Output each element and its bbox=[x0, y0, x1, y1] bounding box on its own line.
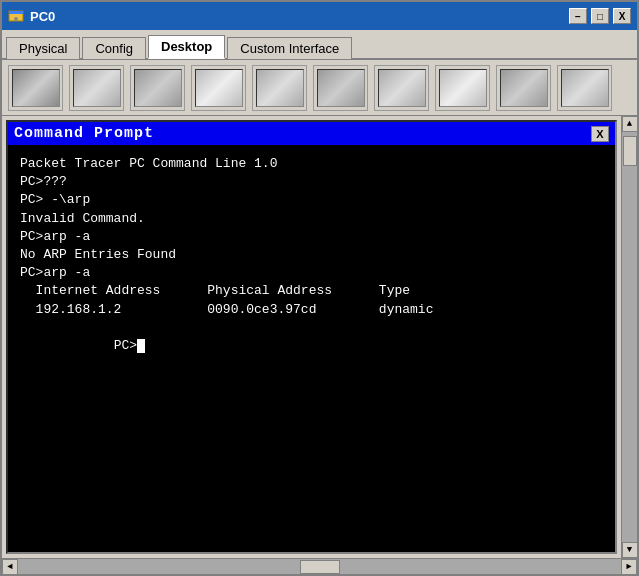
icon-box-3[interactable] bbox=[130, 65, 185, 111]
window-title: PC0 bbox=[30, 9, 569, 24]
terminal-panel: Command Prompt X Packet Tracer PC Comman… bbox=[2, 116, 621, 558]
bottom-scrollbar: ◄ ► bbox=[2, 558, 637, 574]
icon-box-1[interactable] bbox=[8, 65, 63, 111]
icon-inner-10 bbox=[561, 69, 609, 107]
tab-bar: Physical Config Desktop Custom Interface bbox=[2, 30, 637, 60]
terminal-line-4: Invalid Command. bbox=[20, 210, 603, 228]
scroll-up-button[interactable]: ▲ bbox=[622, 116, 638, 132]
svg-point-2 bbox=[14, 17, 18, 21]
terminal-cursor bbox=[137, 339, 145, 353]
terminal-line-3: PC> -\arp bbox=[20, 191, 603, 209]
hscroll-track[interactable] bbox=[18, 559, 621, 574]
terminal-line-10: 192.168.1.2 0090.0ce3.97cd dynamic bbox=[20, 301, 603, 319]
icon-box-4[interactable] bbox=[191, 65, 246, 111]
scroll-down-button[interactable]: ▼ bbox=[622, 542, 638, 558]
tab-physical[interactable]: Physical bbox=[6, 37, 80, 59]
cmd-title-bar: Command Prompt X bbox=[8, 122, 615, 145]
tab-desktop[interactable]: Desktop bbox=[148, 35, 225, 59]
svg-rect-1 bbox=[9, 11, 23, 14]
window-controls: − □ X bbox=[569, 8, 631, 24]
right-scrollbar: ▲ ▼ bbox=[621, 116, 637, 558]
icon-inner-2 bbox=[73, 69, 121, 107]
icon-inner-1 bbox=[12, 69, 60, 107]
terminal-line-7: No ARP Entries Found bbox=[20, 246, 603, 264]
cmd-title-text: Command Prompt bbox=[14, 125, 154, 142]
scroll-right-button[interactable]: ► bbox=[621, 559, 637, 575]
tab-config[interactable]: Config bbox=[82, 37, 146, 59]
window-icon bbox=[8, 8, 24, 24]
icon-box-9[interactable] bbox=[496, 65, 551, 111]
icon-inner-3 bbox=[134, 69, 182, 107]
icon-inner-9 bbox=[500, 69, 548, 107]
hscroll-thumb[interactable] bbox=[300, 560, 340, 574]
scroll-thumb[interactable] bbox=[623, 136, 637, 166]
icon-strip bbox=[2, 60, 637, 116]
terminal-line-2: PC>??? bbox=[20, 173, 603, 191]
tab-custom-interface[interactable]: Custom Interface bbox=[227, 37, 352, 59]
scroll-track[interactable] bbox=[622, 132, 637, 542]
icon-box-7[interactable] bbox=[374, 65, 429, 111]
terminal-line-8: PC>arp -a bbox=[20, 264, 603, 282]
content-area: Command Prompt X Packet Tracer PC Comman… bbox=[2, 116, 637, 558]
cmd-window: Command Prompt X Packet Tracer PC Comman… bbox=[6, 120, 617, 554]
minimize-button[interactable]: − bbox=[569, 8, 587, 24]
maximize-button[interactable]: □ bbox=[591, 8, 609, 24]
terminal-body[interactable]: Packet Tracer PC Command Line 1.0 PC>???… bbox=[8, 145, 615, 552]
icon-box-8[interactable] bbox=[435, 65, 490, 111]
icon-inner-6 bbox=[317, 69, 365, 107]
terminal-line-6: PC>arp -a bbox=[20, 228, 603, 246]
close-button[interactable]: X bbox=[613, 8, 631, 24]
main-window: PC0 − □ X Physical Config Desktop Custom… bbox=[0, 0, 639, 576]
icon-inner-7 bbox=[378, 69, 426, 107]
title-bar: PC0 − □ X bbox=[2, 2, 637, 30]
icon-inner-5 bbox=[256, 69, 304, 107]
icon-inner-8 bbox=[439, 69, 487, 107]
terminal-line-1: Packet Tracer PC Command Line 1.0 bbox=[20, 155, 603, 173]
terminal-line-9: Internet Address Physical Address Type bbox=[20, 282, 603, 300]
scroll-left-button[interactable]: ◄ bbox=[2, 559, 18, 575]
icon-box-6[interactable] bbox=[313, 65, 368, 111]
icon-box-5[interactable] bbox=[252, 65, 307, 111]
icon-box-10[interactable] bbox=[557, 65, 612, 111]
icon-box-2[interactable] bbox=[69, 65, 124, 111]
cmd-close-button[interactable]: X bbox=[591, 126, 609, 142]
icon-inner-4 bbox=[195, 69, 243, 107]
terminal-line-12: PC> bbox=[20, 319, 603, 374]
